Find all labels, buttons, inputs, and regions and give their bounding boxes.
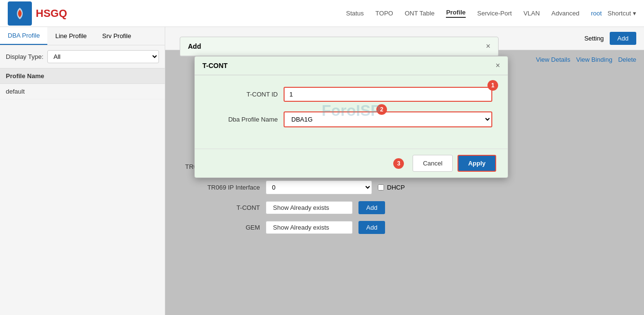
logo: HSGQ bbox=[8, 1, 67, 26]
sidebar-tab-dba-profile[interactable]: DBA Profile bbox=[0, 27, 47, 45]
ip-interface-label: TR069 IP Interface bbox=[173, 184, 260, 191]
dhcp-checkbox[interactable] bbox=[378, 184, 384, 191]
navbar: HSGQ Status TOPO ONT Table Profile Servi… bbox=[0, 0, 644, 27]
nav-vlan[interactable]: VLAN bbox=[523, 10, 540, 17]
display-type-select[interactable]: All bbox=[47, 50, 159, 63]
gem-label: GEM bbox=[173, 224, 260, 231]
content-area: Setting Add View Details View Binding De… bbox=[165, 27, 644, 315]
nav-ont-table[interactable]: ONT Table bbox=[405, 10, 435, 17]
outer-dialog-header: Add × bbox=[180, 37, 498, 56]
dba-profile-label: Dba Profile Name bbox=[210, 116, 278, 123]
cancel-button[interactable]: Cancel bbox=[413, 155, 452, 172]
outer-dialog-title: Add bbox=[188, 42, 201, 50]
apply-button[interactable]: Apply bbox=[458, 155, 496, 172]
main-nav: Status TOPO ONT Table Profile Service-Po… bbox=[346, 9, 579, 18]
gem-row: GEM Show Already exists Add bbox=[173, 221, 636, 234]
inner-dialog-header: T-CONT × bbox=[195, 56, 508, 75]
logo-icon bbox=[8, 1, 32, 26]
nav-advanced[interactable]: Advanced bbox=[551, 10, 579, 17]
panel-add-button[interactable]: Add bbox=[610, 32, 636, 45]
tcont-id-input[interactable] bbox=[284, 87, 492, 102]
profile-name-header: Profile Name bbox=[0, 68, 165, 84]
setting-label: Setting bbox=[584, 35, 603, 42]
shortcut-label: Shortcut bbox=[608, 10, 631, 17]
dba-profile-select[interactable]: DBA1G bbox=[284, 111, 492, 127]
view-binding-link[interactable]: View Binding bbox=[576, 56, 613, 63]
ip-interface-select[interactable]: 0 bbox=[266, 180, 372, 194]
tcont-label: T-CONT bbox=[173, 204, 260, 211]
tcont-id-label: T-CONT ID bbox=[210, 91, 278, 98]
dhcp-checkbox-label: DHCP bbox=[378, 184, 405, 191]
tcont-add-button[interactable]: Add bbox=[358, 201, 385, 214]
display-type-row: Display Type: All bbox=[0, 45, 165, 68]
shortcut-menu[interactable]: Shortcut ▾ bbox=[608, 10, 636, 17]
inner-dialog-close-button[interactable]: × bbox=[496, 61, 500, 70]
sidebar-tab-srv-profile[interactable]: Srv Profile bbox=[95, 27, 139, 45]
inner-dialog: T-CONT × 1 T-CONT ID 2 Dba Profile Name … bbox=[194, 56, 508, 178]
delete-link[interactable]: Delete bbox=[618, 56, 636, 63]
tcont-id-row: T-CONT ID bbox=[210, 87, 492, 102]
nav-profile[interactable]: Profile bbox=[446, 9, 465, 18]
dhcp-label: DHCP bbox=[387, 184, 405, 191]
table-row[interactable]: default bbox=[0, 84, 165, 99]
chevron-down-icon: ▾ bbox=[633, 10, 636, 17]
nav-status[interactable]: Status bbox=[346, 10, 364, 17]
logo-text: HSGQ bbox=[36, 7, 67, 20]
main-area: DBA Profile Line Profile Srv Profile Dis… bbox=[0, 27, 644, 315]
display-type-label: Display Type: bbox=[6, 53, 43, 60]
outer-dialog-close-button[interactable]: × bbox=[486, 42, 490, 51]
step-badge-2: 2 bbox=[376, 104, 387, 115]
step-badge-1: 1 bbox=[487, 80, 498, 91]
inner-dialog-body: 1 T-CONT ID 2 Dba Profile Name DBA1G For… bbox=[195, 75, 508, 149]
tcont-show-exists-button[interactable]: Show Already exists bbox=[266, 201, 353, 214]
sidebar: DBA Profile Line Profile Srv Profile Dis… bbox=[0, 27, 165, 315]
nav-topo[interactable]: TOPO bbox=[375, 10, 393, 17]
nav-service-port[interactable]: Service-Port bbox=[477, 10, 512, 17]
action-links: View Details View Binding Delete bbox=[536, 56, 636, 63]
dba-profile-row: Dba Profile Name DBA1G bbox=[210, 111, 492, 127]
gem-show-exists-button[interactable]: Show Already exists bbox=[266, 221, 353, 234]
dialog-footer: 3 Cancel Apply bbox=[195, 149, 508, 178]
step-badge-3: 3 bbox=[393, 158, 404, 169]
ip-interface-row: TR069 IP Interface 0 DHCP bbox=[173, 180, 636, 194]
outer-dialog: Add × bbox=[180, 37, 499, 56]
sidebar-tab-line-profile[interactable]: Line Profile bbox=[47, 27, 94, 45]
user-label: root bbox=[591, 10, 601, 17]
tcont-row: T-CONT Show Already exists Add bbox=[173, 201, 636, 214]
inner-dialog-title: T-CONT bbox=[202, 62, 228, 69]
sidebar-tabs: DBA Profile Line Profile Srv Profile bbox=[0, 27, 165, 45]
gem-add-button[interactable]: Add bbox=[358, 221, 385, 234]
view-details-link[interactable]: View Details bbox=[536, 56, 570, 63]
